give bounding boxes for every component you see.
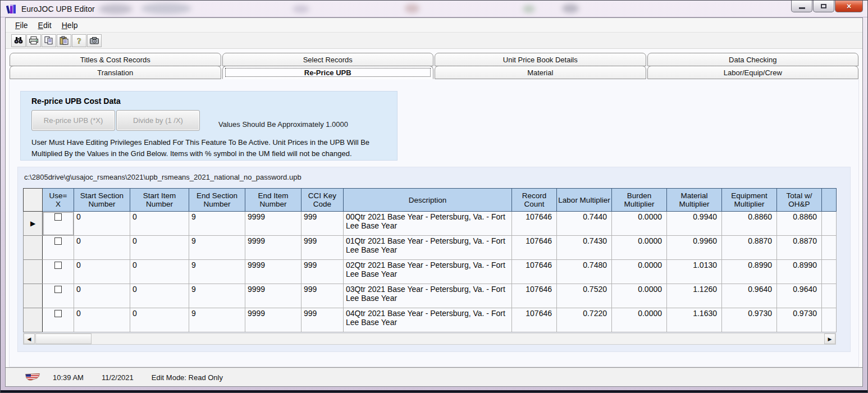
horizontal-scrollbar[interactable]: ◀ ▶ <box>23 333 836 345</box>
title-bar[interactable]: EuroJOC UPB Editor × <box>1 1 867 17</box>
tab-data-checking[interactable]: Data Checking <box>647 53 859 66</box>
tab-labor-equip-crew[interactable]: Labor/Equip/Crew <box>647 66 859 79</box>
cell-end_section[interactable]: 9 <box>189 260 245 284</box>
use-checkbox[interactable] <box>54 286 62 293</box>
cell-labor[interactable]: 0.7430 <box>557 236 612 260</box>
column-header-equipment[interactable]: Equipment Multiplier <box>722 189 777 212</box>
column-header-labor[interactable]: Labor Multiplier <box>557 189 612 212</box>
cell-equipment[interactable]: 0.8870 <box>722 236 777 260</box>
use-checkbox-cell[interactable] <box>43 284 74 308</box>
use-checkbox[interactable] <box>54 237 62 245</box>
find-button[interactable] <box>11 34 26 47</box>
scrollbar-thumb[interactable] <box>35 333 92 344</box>
cell-material[interactable]: 0.9960 <box>667 236 722 260</box>
cell-record_count[interactable]: 107646 <box>512 308 557 332</box>
print-button[interactable] <box>26 34 41 47</box>
cell-cci[interactable]: 999 <box>301 284 344 308</box>
use-checkbox-cell[interactable] <box>43 260 74 284</box>
cell-equipment[interactable]: 0.8990 <box>722 260 777 284</box>
cell-start_item[interactable]: 0 <box>130 260 189 284</box>
cell-labor[interactable]: 0.7440 <box>557 212 612 236</box>
tab-unit-price-book-details[interactable]: Unit Price Book Details <box>435 53 646 66</box>
column-header-use[interactable]: Use= X <box>43 189 74 212</box>
row-selector[interactable] <box>24 284 43 308</box>
cell-start_section[interactable]: 0 <box>74 284 130 308</box>
use-checkbox-cell[interactable] <box>43 308 74 332</box>
divide-by-button[interactable]: Divide by (1 /X) <box>116 110 200 131</box>
use-checkbox-cell[interactable] <box>43 236 74 260</box>
cell-cci[interactable]: 999 <box>301 308 344 332</box>
column-header-description[interactable]: Description <box>344 189 512 212</box>
tab-material[interactable]: Material <box>435 66 646 79</box>
cell-start_section[interactable]: 0 <box>74 308 130 332</box>
tab-select-records[interactable]: Select Records <box>222 53 434 66</box>
cell-burden[interactable]: 0.0000 <box>612 236 667 260</box>
cell-description[interactable]: 00Qtr 2021 Base Year - Petersburg, Va. -… <box>344 212 512 236</box>
reprice-upb-button[interactable]: Re-price UPB (*X) <box>31 110 115 131</box>
column-header-start_section[interactable]: Start Section Number <box>74 189 130 212</box>
row-selector[interactable] <box>24 260 43 284</box>
column-header-burden[interactable]: Burden Multiplier <box>612 189 667 212</box>
column-header-end_item[interactable]: End Item Number <box>245 189 301 212</box>
cell-end_item[interactable]: 9999 <box>245 212 301 236</box>
camera-button[interactable] <box>87 34 102 47</box>
cell-equipment[interactable]: 0.9730 <box>722 308 777 332</box>
use-checkbox-cell[interactable] <box>43 212 74 236</box>
row-selector[interactable] <box>24 308 43 332</box>
cell-labor[interactable]: 0.7480 <box>557 260 612 284</box>
cell-burden[interactable]: 0.0000 <box>612 260 667 284</box>
menu-help[interactable]: Help <box>57 19 83 31</box>
cell-record_count[interactable]: 107646 <box>512 212 557 236</box>
cell-material[interactable]: 0.9940 <box>667 212 722 236</box>
cell-total[interactable]: 0.9640 <box>777 284 822 308</box>
use-checkbox[interactable] <box>54 310 62 317</box>
cell-description[interactable]: 01Qtr 2021 Base Year - Petersburg, Va. -… <box>344 236 512 260</box>
column-header-start_item[interactable]: Start Item Number <box>130 189 189 212</box>
column-header-record_count[interactable]: Record Count <box>512 189 557 212</box>
cell-total[interactable]: 0.8990 <box>777 260 822 284</box>
cell-description[interactable]: 03Qtr 2021 Base Year - Petersburg, Va. -… <box>344 284 512 308</box>
menu-edit[interactable]: Edit <box>33 19 57 31</box>
scrollbar-track[interactable] <box>92 333 824 344</box>
cell-start_section[interactable]: 0 <box>74 236 130 260</box>
menu-file[interactable]: File <box>10 19 33 31</box>
close-button[interactable]: × <box>835 1 863 12</box>
copy-button[interactable] <box>42 34 56 47</box>
cell-end_item[interactable]: 9999 <box>245 308 301 332</box>
cell-total[interactable]: 0.8870 <box>777 236 822 260</box>
cell-burden[interactable]: 0.0000 <box>612 212 667 236</box>
cell-cci[interactable]: 999 <box>301 260 344 284</box>
use-checkbox[interactable] <box>54 213 62 221</box>
use-checkbox[interactable] <box>54 262 62 269</box>
cell-description[interactable]: 02Qtr 2021 Base Year - Petersburg, Va. -… <box>344 260 512 284</box>
paste-button[interactable] <box>57 34 71 47</box>
cell-end_section[interactable]: 9 <box>189 212 245 236</box>
cell-end_item[interactable]: 9999 <box>245 284 301 308</box>
cell-total[interactable]: 0.8860 <box>777 212 822 236</box>
minimize-button[interactable] <box>791 1 812 12</box>
cell-start_item[interactable]: 0 <box>130 212 189 236</box>
cell-start_section[interactable]: 0 <box>74 212 130 236</box>
cell-record_count[interactable]: 107646 <box>512 260 557 284</box>
cell-equipment[interactable]: 0.8860 <box>722 212 777 236</box>
cell-cci[interactable]: 999 <box>301 212 344 236</box>
cell-material[interactable]: 1.1630 <box>667 308 722 332</box>
scroll-right-arrow[interactable]: ▶ <box>824 333 835 344</box>
cell-end_section[interactable]: 9 <box>189 284 245 308</box>
column-header-end_section[interactable]: End Section Number <box>189 189 245 212</box>
row-selector-header[interactable] <box>24 189 43 212</box>
tab-translation[interactable]: Translation <box>10 66 221 79</box>
tab-titles-cost-records[interactable]: Titles & Cost Records <box>10 53 221 66</box>
cell-burden[interactable]: 0.0000 <box>612 284 667 308</box>
cell-record_count[interactable]: 107646 <box>512 284 557 308</box>
restore-button[interactable] <box>813 1 834 12</box>
cell-end_item[interactable]: 9999 <box>245 236 301 260</box>
cell-total[interactable]: 0.9730 <box>777 308 822 332</box>
cell-equipment[interactable]: 0.9640 <box>722 284 777 308</box>
row-selector[interactable]: ▶ <box>24 212 43 236</box>
cell-end_item[interactable]: 9999 <box>245 260 301 284</box>
cell-burden[interactable]: 0.0000 <box>612 308 667 332</box>
tab-re-price-upb[interactable]: Re-Price UPB <box>222 66 434 79</box>
column-header-total[interactable]: Total w/ OH&P <box>777 189 822 212</box>
cell-start_item[interactable]: 0 <box>130 236 189 260</box>
